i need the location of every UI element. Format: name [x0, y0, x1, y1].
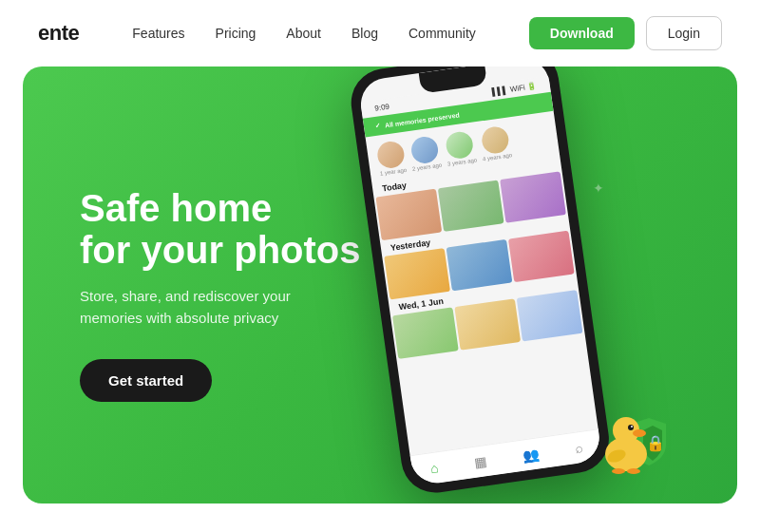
phone-time: 9:09 — [374, 103, 390, 113]
hero-title: Safe home for your photos — [80, 187, 361, 271]
memory-label-1: 1 year ago — [380, 167, 408, 177]
mascot: 🔒 — [590, 380, 685, 484]
home-icon: ⌂ — [429, 460, 440, 476]
hero-text: Safe home for your photos Store, share, … — [23, 168, 361, 402]
phone-bottom-bar: ⌂ ▦ 👥 ⌕ — [410, 428, 603, 486]
logo: ente — [38, 21, 79, 46]
memory-circle-2 — [409, 135, 440, 165]
photo-cell — [508, 231, 575, 282]
calendar-icon: ▦ — [473, 453, 487, 470]
photo-cell — [454, 298, 521, 350]
svg-point-8 — [627, 468, 640, 474]
memory-item: 3 years ago — [444, 130, 478, 167]
nav-pricing[interactable]: Pricing — [216, 26, 256, 41]
hero-section: ✦ ✦ Safe home for your photos Store, sha… — [23, 66, 737, 504]
memory-circle-1 — [376, 140, 407, 170]
memory-label-3: 3 years ago — [447, 157, 478, 166]
phone-mockup: 9:09 ▌▌▌ WiFi 🔋 ✓ All memories preserved… — [347, 66, 615, 504]
nav-blog[interactable]: Blog — [352, 26, 378, 41]
deco-star-2: ✦ — [593, 180, 604, 196]
get-started-button[interactable]: Get started — [80, 359, 212, 402]
nav-community[interactable]: Community — [408, 26, 476, 41]
search-icon: ⌕ — [574, 440, 583, 456]
header: ente Features Pricing About Blog Communi… — [0, 0, 760, 66]
nav: Features Pricing About Blog Community — [132, 26, 475, 41]
memory-item: 2 years ago — [408, 135, 443, 172]
checkmark-icon: ✓ — [375, 122, 382, 130]
photo-cell — [438, 180, 504, 231]
header-actions: Download Login — [529, 16, 722, 50]
photo-cell — [500, 171, 566, 222]
photo-cell — [384, 248, 450, 299]
memory-label-4: 4 years ago — [483, 152, 513, 162]
memory-item: 1 year ago — [376, 140, 408, 177]
svg-point-4 — [628, 425, 634, 430]
nav-features[interactable]: Features — [132, 26, 184, 41]
memory-item: 4 years ago — [479, 124, 513, 162]
hero-subtitle: Store, share, and rediscover your memori… — [80, 286, 327, 329]
phone-frame: 9:09 ▌▌▌ WiFi 🔋 ✓ All memories preserved… — [347, 66, 613, 497]
people-icon: 👥 — [522, 446, 540, 463]
svg-point-5 — [631, 426, 633, 428]
memory-circle-4 — [480, 125, 510, 156]
login-button[interactable]: Login — [646, 16, 722, 50]
photo-cell — [375, 189, 442, 240]
nav-about[interactable]: About — [286, 26, 321, 41]
photo-cell — [517, 290, 583, 341]
download-button[interactable]: Download — [529, 17, 635, 49]
svg-text:🔒: 🔒 — [646, 434, 665, 452]
photo-cell — [446, 239, 513, 291]
svg-point-3 — [633, 429, 646, 437]
phone-screen: 9:09 ▌▌▌ WiFi 🔋 ✓ All memories preserved… — [357, 66, 602, 486]
memory-label-2: 2 years ago — [412, 162, 443, 172]
memory-circle-3 — [445, 130, 475, 161]
photo-cell — [392, 307, 459, 358]
svg-point-7 — [612, 468, 625, 474]
